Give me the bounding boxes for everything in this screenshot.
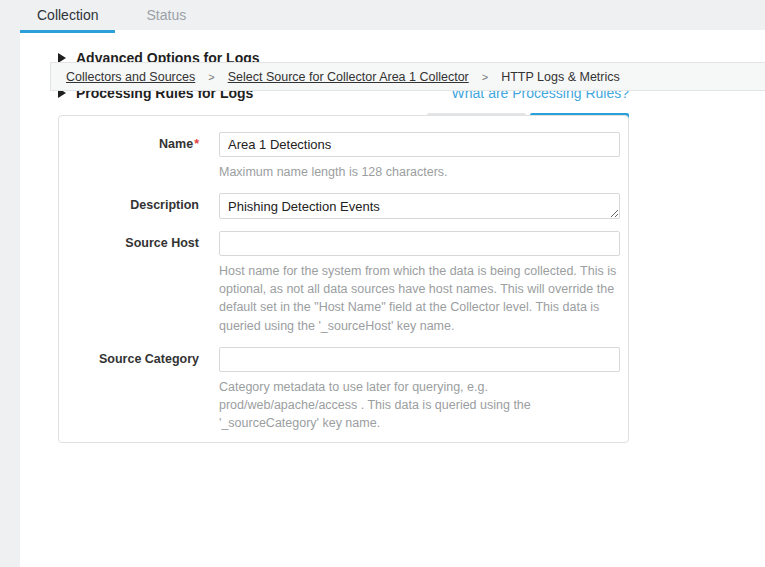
description-textarea[interactable]: [219, 193, 620, 219]
breadcrumb-separator-icon: >: [482, 71, 488, 83]
source-config-card: Name* Maximum name length is 128 charact…: [58, 115, 629, 443]
tab-collection[interactable]: Collection: [20, 0, 115, 30]
content-panel: Collectors and Sources > Select Source f…: [20, 30, 765, 567]
name-hint: Maximum name length is 128 characters.: [219, 163, 617, 181]
source-category-field-wrap: Category metadata to use later for query…: [219, 347, 620, 432]
breadcrumb-link-select-source[interactable]: Select Source for Collector Area 1 Colle…: [228, 70, 469, 84]
required-asterisk: *: [194, 137, 199, 151]
breadcrumb-separator-icon: >: [208, 71, 214, 83]
tab-status-label: Status: [146, 7, 186, 23]
name-label: Name*: [59, 132, 219, 181]
source-host-hint: Host name for the system from which the …: [219, 262, 617, 335]
source-category-hint: Category metadata to use later for query…: [219, 378, 617, 432]
name-field-wrap: Maximum name length is 128 characters.: [219, 132, 620, 181]
tab-status[interactable]: Status: [129, 0, 203, 30]
form-row-name: Name* Maximum name length is 128 charact…: [59, 132, 628, 181]
breadcrumb-link-collectors-and-sources[interactable]: Collectors and Sources: [66, 70, 195, 84]
source-host-label: Source Host: [59, 231, 219, 335]
source-category-input[interactable]: [219, 347, 620, 372]
name-label-text: Name: [159, 137, 193, 151]
source-host-field-wrap: Host name for the system from which the …: [219, 231, 620, 335]
source-category-label: Source Category: [59, 347, 219, 432]
name-input[interactable]: [219, 132, 620, 157]
form-row-source-host: Source Host Host name for the system fro…: [59, 231, 628, 335]
tab-bar: Collection Status: [0, 0, 765, 30]
tab-collection-label: Collection: [37, 7, 98, 23]
description-field-wrap: [219, 193, 620, 223]
breadcrumb-current: HTTP Logs & Metrics: [501, 70, 620, 84]
source-host-input[interactable]: [219, 231, 620, 256]
form-row-description: Description: [59, 193, 628, 223]
form-row-source-category: Source Category Category metadata to use…: [59, 347, 628, 432]
breadcrumb: Collectors and Sources > Select Source f…: [50, 62, 765, 91]
description-label: Description: [59, 193, 219, 223]
